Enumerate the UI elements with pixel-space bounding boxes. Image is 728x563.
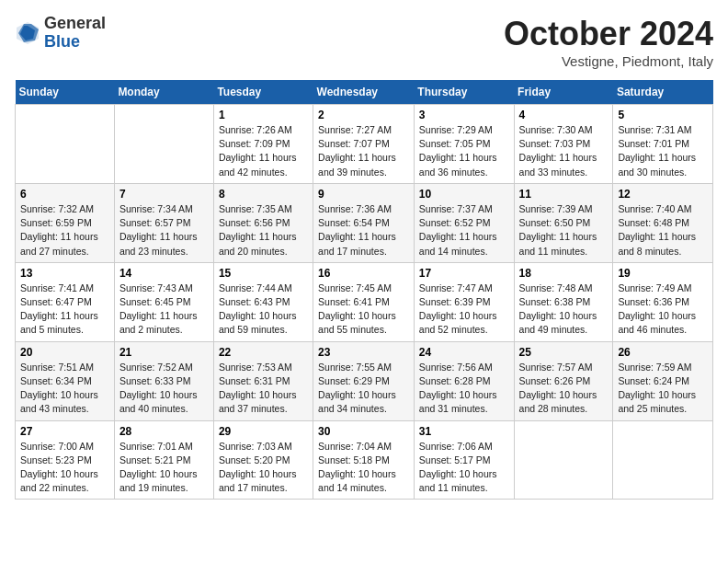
day-number: 26 xyxy=(618,346,708,359)
calendar-cell: 1Sunrise: 7:26 AMSunset: 7:09 PMDaylight… xyxy=(213,105,313,184)
day-info: Sunrise: 7:43 AMSunset: 6:45 PMDaylight:… xyxy=(119,282,209,338)
calendar-cell: 31Sunrise: 7:06 AMSunset: 5:17 PMDayligh… xyxy=(414,420,514,500)
day-number: 2 xyxy=(318,109,409,121)
calendar-cell: 27Sunrise: 7:00 AMSunset: 5:23 PMDayligh… xyxy=(16,420,115,500)
calendar-cell: 16Sunrise: 7:45 AMSunset: 6:41 PMDayligh… xyxy=(313,262,415,341)
logo-blue: Blue xyxy=(44,33,106,52)
day-number: 4 xyxy=(519,109,609,121)
calendar-cell: 12Sunrise: 7:40 AMSunset: 6:48 PMDayligh… xyxy=(613,183,713,262)
day-header-friday: Friday xyxy=(514,80,613,105)
day-number: 5 xyxy=(618,109,708,121)
calendar-cell: 22Sunrise: 7:53 AMSunset: 6:31 PMDayligh… xyxy=(213,341,313,420)
day-number: 28 xyxy=(119,425,209,438)
calendar-cell: 10Sunrise: 7:37 AMSunset: 6:52 PMDayligh… xyxy=(414,183,514,262)
day-info: Sunrise: 7:36 AMSunset: 6:54 PMDaylight:… xyxy=(318,202,409,259)
day-info: Sunrise: 7:06 AMSunset: 5:17 PMDaylight:… xyxy=(419,440,509,496)
header-row: SundayMondayTuesdayWednesdayThursdayFrid… xyxy=(16,80,713,105)
calendar-cell: 20Sunrise: 7:51 AMSunset: 6:34 PMDayligh… xyxy=(16,341,115,420)
day-number: 27 xyxy=(20,425,109,438)
day-info: Sunrise: 7:40 AMSunset: 6:48 PMDaylight:… xyxy=(618,202,708,259)
day-header-monday: Monday xyxy=(114,80,213,105)
day-info: Sunrise: 7:04 AMSunset: 5:18 PMDaylight:… xyxy=(318,440,409,496)
calendar-cell: 14Sunrise: 7:43 AMSunset: 6:45 PMDayligh… xyxy=(114,262,213,341)
calendar-cell: 28Sunrise: 7:01 AMSunset: 5:21 PMDayligh… xyxy=(114,420,213,500)
day-number: 19 xyxy=(618,267,708,280)
day-number: 22 xyxy=(219,346,308,359)
calendar-cell: 17Sunrise: 7:47 AMSunset: 6:39 PMDayligh… xyxy=(414,262,514,341)
day-info: Sunrise: 7:32 AMSunset: 6:59 PMDaylight:… xyxy=(20,202,109,259)
day-info: Sunrise: 7:27 AMSunset: 7:07 PMDaylight:… xyxy=(318,123,409,179)
day-header-tuesday: Tuesday xyxy=(213,80,313,105)
day-number: 21 xyxy=(119,346,209,359)
day-info: Sunrise: 7:26 AMSunset: 7:09 PMDaylight:… xyxy=(219,123,308,179)
day-info: Sunrise: 7:29 AMSunset: 7:05 PMDaylight:… xyxy=(419,123,509,179)
day-info: Sunrise: 7:51 AMSunset: 6:34 PMDaylight:… xyxy=(20,361,109,417)
calendar-cell: 24Sunrise: 7:56 AMSunset: 6:28 PMDayligh… xyxy=(414,341,514,420)
calendar-table: SundayMondayTuesdayWednesdayThursdayFrid… xyxy=(15,80,713,500)
calendar-cell: 19Sunrise: 7:49 AMSunset: 6:36 PMDayligh… xyxy=(613,262,713,341)
day-info: Sunrise: 7:00 AMSunset: 5:23 PMDaylight:… xyxy=(20,440,109,496)
calendar-week-3: 13Sunrise: 7:41 AMSunset: 6:47 PMDayligh… xyxy=(16,262,713,341)
day-number: 13 xyxy=(20,267,109,280)
day-header-saturday: Saturday xyxy=(613,80,713,105)
day-info: Sunrise: 7:44 AMSunset: 6:43 PMDaylight:… xyxy=(219,282,308,338)
day-number: 12 xyxy=(618,188,708,201)
calendar-cell: 25Sunrise: 7:57 AMSunset: 6:26 PMDayligh… xyxy=(514,341,613,420)
calendar-week-5: 27Sunrise: 7:00 AMSunset: 5:23 PMDayligh… xyxy=(16,420,713,500)
day-number: 3 xyxy=(419,109,509,121)
calendar-week-4: 20Sunrise: 7:51 AMSunset: 6:34 PMDayligh… xyxy=(16,341,713,420)
day-info: Sunrise: 7:49 AMSunset: 6:36 PMDaylight:… xyxy=(618,282,708,338)
calendar-cell xyxy=(16,105,115,184)
location-subtitle: Vestigne, Piedmont, Italy xyxy=(504,53,713,69)
day-number: 25 xyxy=(519,346,609,359)
day-number: 31 xyxy=(419,425,509,438)
day-info: Sunrise: 7:48 AMSunset: 6:38 PMDaylight:… xyxy=(519,282,609,338)
calendar-cell: 23Sunrise: 7:55 AMSunset: 6:29 PMDayligh… xyxy=(313,341,415,420)
day-info: Sunrise: 7:53 AMSunset: 6:31 PMDaylight:… xyxy=(219,361,308,417)
calendar-cell xyxy=(514,420,613,500)
calendar-cell: 6Sunrise: 7:32 AMSunset: 6:59 PMDaylight… xyxy=(16,183,115,262)
calendar-cell: 29Sunrise: 7:03 AMSunset: 5:20 PMDayligh… xyxy=(213,420,313,500)
calendar-cell: 18Sunrise: 7:48 AMSunset: 6:38 PMDayligh… xyxy=(514,262,613,341)
day-info: Sunrise: 7:47 AMSunset: 6:39 PMDaylight:… xyxy=(419,282,509,338)
day-number: 10 xyxy=(419,188,509,201)
day-info: Sunrise: 7:30 AMSunset: 7:03 PMDaylight:… xyxy=(519,123,609,179)
calendar-cell: 21Sunrise: 7:52 AMSunset: 6:33 PMDayligh… xyxy=(114,341,213,420)
day-info: Sunrise: 7:35 AMSunset: 6:56 PMDaylight:… xyxy=(219,202,308,259)
day-info: Sunrise: 7:39 AMSunset: 6:50 PMDaylight:… xyxy=(519,202,609,259)
day-number: 14 xyxy=(119,267,209,280)
day-info: Sunrise: 7:37 AMSunset: 6:52 PMDaylight:… xyxy=(419,202,509,259)
calendar-cell: 7Sunrise: 7:34 AMSunset: 6:57 PMDaylight… xyxy=(114,183,213,262)
page-header: General Blue October 2024 Vestigne, Pied… xyxy=(15,15,713,69)
day-number: 20 xyxy=(20,346,109,359)
day-number: 1 xyxy=(219,109,308,121)
calendar-week-1: 1Sunrise: 7:26 AMSunset: 7:09 PMDaylight… xyxy=(16,105,713,184)
calendar-cell: 5Sunrise: 7:31 AMSunset: 7:01 PMDaylight… xyxy=(613,105,713,184)
calendar-cell: 15Sunrise: 7:44 AMSunset: 6:43 PMDayligh… xyxy=(213,262,313,341)
day-number: 23 xyxy=(318,346,409,359)
calendar-cell: 8Sunrise: 7:35 AMSunset: 6:56 PMDaylight… xyxy=(213,183,313,262)
day-number: 24 xyxy=(419,346,509,359)
day-header-thursday: Thursday xyxy=(414,80,514,105)
day-number: 15 xyxy=(219,267,308,280)
calendar-week-2: 6Sunrise: 7:32 AMSunset: 6:59 PMDaylight… xyxy=(16,183,713,262)
logo-icon xyxy=(15,20,40,46)
month-title: October 2024 xyxy=(504,15,713,53)
day-info: Sunrise: 7:55 AMSunset: 6:29 PMDaylight:… xyxy=(318,361,409,417)
calendar-cell: 2Sunrise: 7:27 AMSunset: 7:07 PMDaylight… xyxy=(313,105,415,184)
day-number: 16 xyxy=(318,267,409,280)
calendar-cell: 4Sunrise: 7:30 AMSunset: 7:03 PMDaylight… xyxy=(514,105,613,184)
day-info: Sunrise: 7:45 AMSunset: 6:41 PMDaylight:… xyxy=(318,282,409,338)
title-block: October 2024 Vestigne, Piedmont, Italy xyxy=(504,15,713,69)
day-info: Sunrise: 7:03 AMSunset: 5:20 PMDaylight:… xyxy=(219,440,308,496)
day-info: Sunrise: 7:57 AMSunset: 6:26 PMDaylight:… xyxy=(519,361,609,417)
day-number: 17 xyxy=(419,267,509,280)
logo-text: General Blue xyxy=(44,15,106,52)
day-number: 30 xyxy=(318,425,409,438)
day-header-sunday: Sunday xyxy=(16,80,115,105)
day-info: Sunrise: 7:41 AMSunset: 6:47 PMDaylight:… xyxy=(20,282,109,338)
day-info: Sunrise: 7:52 AMSunset: 6:33 PMDaylight:… xyxy=(119,361,209,417)
day-number: 8 xyxy=(219,188,308,201)
calendar-cell: 26Sunrise: 7:59 AMSunset: 6:24 PMDayligh… xyxy=(613,341,713,420)
day-number: 7 xyxy=(119,188,209,201)
